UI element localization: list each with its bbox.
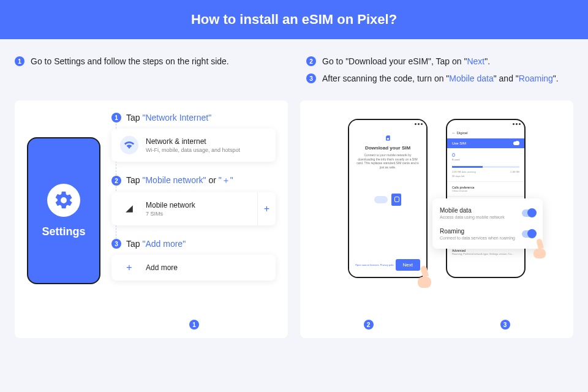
instruction-text: Go to Settings and follow the steps on t… <box>31 56 229 66</box>
plus-icon: + <box>120 262 138 273</box>
carrier-label: ← Digicel <box>447 127 524 138</box>
step-head: 2 Tap "Mobile network" or "＋" <box>111 175 276 186</box>
mobile-data-link: Mobile data <box>449 74 493 83</box>
right-panel: Download your SIM Connect to your mobile… <box>300 100 573 338</box>
wifi-icon <box>120 136 138 154</box>
toggle-on-icon[interactable] <box>522 209 535 217</box>
mobile-data-sub: Access data using mobile network <box>440 215 505 219</box>
step-badge: 2 <box>111 176 121 186</box>
settings-phone: Settings <box>27 137 100 284</box>
plus-icon[interactable]: + <box>257 192 276 225</box>
next-link: Next <box>467 56 484 66</box>
mobile-data-row[interactable]: Mobile data Access data using mobile net… <box>440 205 535 222</box>
left-panel: Settings 1 Tap "Network Internet" <box>15 100 288 338</box>
sim-icon <box>385 135 391 141</box>
step-block: 1 Tap "Network Internet" Network & inter… <box>111 113 276 162</box>
hand-icon <box>415 266 434 288</box>
download-sim-title: Download your SIM <box>355 145 420 151</box>
status-bar <box>447 120 524 127</box>
step-block: 3 Tap "Add more" + Add more <box>111 239 276 281</box>
mobile-data-title: Mobile data <box>440 207 505 214</box>
status-bar <box>349 120 426 127</box>
toggle-on-icon <box>513 141 519 145</box>
toggle-on-icon[interactable] <box>522 230 535 238</box>
network-internet-card[interactable]: Network & internet Wi-Fi, mobile, data u… <box>111 129 276 162</box>
calls-preference-row[interactable]: Calls preference China Unicom <box>447 181 524 196</box>
instruction-text: After scanning the code, turn on "Mobile… <box>322 74 559 83</box>
card-subtitle: 7 SIMs <box>146 211 195 217</box>
steps-column: 1 Tap "Network Internet" Network & inter… <box>111 113 276 326</box>
panel-marker: 2 <box>364 320 374 330</box>
roaming-link: Roaming <box>519 74 553 83</box>
usage-section: 0 B used <box>447 148 524 165</box>
license-text: Open source licenses. Privacy polic <box>355 263 394 266</box>
panels: Settings 1 Tap "Network Internet" <box>0 91 588 338</box>
roaming-row[interactable]: Roaming Connect to data services when ro… <box>440 225 535 243</box>
top-instructions: 1 Go to Settings and follow the steps on… <box>0 39 588 91</box>
step-block: 2 Tap "Mobile network" or "＋" Mobile net… <box>111 175 276 225</box>
marker-row: 1 <box>15 320 288 330</box>
panel-marker: 1 <box>189 320 199 330</box>
card-title: Mobile network <box>146 201 195 209</box>
step-badge: 1 <box>15 56 24 66</box>
card-subtitle: Wi-Fi, mobile, data usage, and hotspot <box>146 147 240 153</box>
card-title: Add more <box>146 263 178 272</box>
page-title: How to install an eSIM on Pixel? <box>191 12 397 28</box>
instruction-right: 2 Go to "Download your eSIM", Tap on "Ne… <box>306 56 573 91</box>
step-badge: 2 <box>306 56 316 66</box>
roaming-title: Roaming <box>440 228 515 235</box>
download-sim-phone: Download your SIM Connect to your mobile… <box>348 119 428 278</box>
cloud-graphic <box>355 187 420 212</box>
instruction-line: 2 Go to "Download your eSIM", Tap on "Ne… <box>306 56 573 66</box>
usage-bar <box>452 166 519 168</box>
add-more-card[interactable]: + Add more <box>111 255 276 281</box>
panel-marker: 3 <box>500 320 510 330</box>
download-sim-desc: Connect to your mobile network by downlo… <box>355 153 420 169</box>
card-title: Network & internet <box>146 137 240 146</box>
instruction-left: 1 Go to Settings and follow the steps on… <box>15 56 282 91</box>
cloud-icon <box>374 196 388 203</box>
instruction-line: 1 Go to Settings and follow the steps on… <box>15 56 282 66</box>
step-badge: 1 <box>111 113 121 123</box>
signal-icon <box>120 200 138 218</box>
use-sim-row[interactable]: Use SIM <box>447 138 524 148</box>
step-head: 3 Tap "Add more" <box>111 239 276 249</box>
marker-row: 2 3 <box>300 320 573 330</box>
mobile-network-card[interactable]: Mobile network 7 SIMs + <box>111 192 276 225</box>
instruction-text: Go to "Download your eSIM", Tap on "Next… <box>322 56 490 66</box>
toggles-card: Mobile data Access data using mobile net… <box>432 198 543 249</box>
roaming-sub: Connect to data services when roaming <box>440 236 515 240</box>
step-badge: 3 <box>111 239 121 249</box>
step-head: 1 Tap "Network Internet" <box>111 113 276 123</box>
step-badge: 3 <box>306 74 316 83</box>
instruction-line: 3 After scanning the code, turn on "Mobi… <box>306 74 573 83</box>
page-header: How to install an eSIM on Pixel? <box>0 0 588 39</box>
hand-icon <box>532 239 549 258</box>
gear-icon <box>47 184 80 217</box>
sim-doc-icon <box>391 194 401 206</box>
settings-label: Settings <box>42 225 85 238</box>
